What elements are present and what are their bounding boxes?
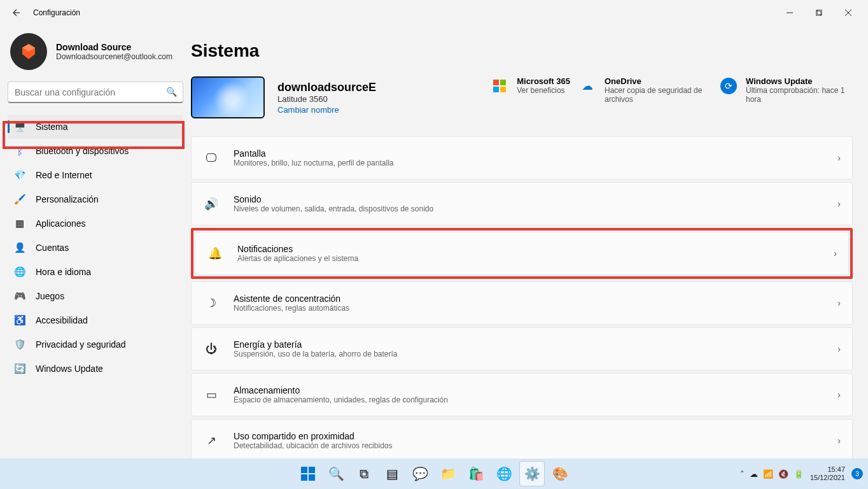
apps-icon: ▦ <box>14 218 25 229</box>
highlight-notificaciones: 🔔 NotificacionesAlertas de aplicaciones … <box>191 228 853 279</box>
storage-icon: ▭ <box>203 388 220 402</box>
taskbar-taskview[interactable]: ⧉ <box>351 461 377 486</box>
card-title: Asistente de concentración <box>234 294 837 304</box>
card-sub: Monitores, brillo, luz nocturna, perfil … <box>234 159 837 167</box>
card-sub: Suspensión, uso de la batería, ahorro de… <box>234 350 837 358</box>
nav-bluetooth[interactable]: ᛒBluetooth y dispositivos <box>8 139 183 163</box>
card-almacenamiento[interactable]: ▭ AlmacenamientoEspacio de almacenamient… <box>191 373 853 416</box>
info-ms365[interactable]: Microsoft 365Ver beneficios <box>490 76 570 118</box>
nav-label: Red e Internet <box>36 170 92 180</box>
card-pantalla[interactable]: 🖵 PantallaMonitores, brillo, luz nocturn… <box>191 136 853 180</box>
card-energia[interactable]: ⏻ Energía y bateríaSuspensión, uso de la… <box>191 327 853 371</box>
tray-volume-icon[interactable]: 🔇 <box>778 469 788 479</box>
info-sub: Hacer copia de seguridad de archivos <box>605 86 711 104</box>
svg-rect-2 <box>817 10 822 15</box>
window-controls <box>775 3 863 23</box>
info-sub: Última comprobación: hace 1 hora <box>746 86 853 104</box>
tray-datetime[interactable]: 15:47 15/12/2021 <box>810 465 845 482</box>
card-asistente[interactable]: ☽ Asistente de concentraciónNotificacion… <box>191 281 853 325</box>
card-compartir[interactable]: ↗ Uso compartido en proximidadDetectabil… <box>191 419 853 458</box>
taskbar-chat[interactable]: 💬 <box>407 461 433 486</box>
device-model: Latitude 3560 <box>277 94 376 104</box>
minimize-button[interactable] <box>775 3 804 23</box>
bluetooth-icon: ᛒ <box>14 145 25 157</box>
tray-chevron-icon[interactable]: ˄ <box>740 469 745 479</box>
card-title: Sonido <box>234 194 837 204</box>
system-tray[interactable]: ˄ ☁ 📶 🔇 🔋 15:47 15/12/2021 3 <box>740 465 863 482</box>
windows-update-icon: ⟳ <box>719 76 738 96</box>
nav-personalizacion[interactable]: 🖌️Personalización <box>8 187 183 211</box>
card-title: Uso compartido en proximidad <box>234 431 837 441</box>
search-icon: 🔍 <box>166 87 177 97</box>
power-icon: ⏻ <box>203 343 220 356</box>
taskbar-settings[interactable]: ⚙️ <box>519 461 545 486</box>
accessibility-icon: ♿ <box>14 315 25 326</box>
taskbar-paint[interactable]: 🎨 <box>547 461 573 486</box>
nav-label: Accesibilidad <box>36 315 88 325</box>
card-title: Almacenamiento <box>234 385 837 395</box>
info-title: Microsoft 365 <box>517 76 570 86</box>
chevron-right-icon: › <box>837 390 841 400</box>
brush-icon: 🖌️ <box>14 194 25 205</box>
tray-date: 15/12/2021 <box>810 474 845 482</box>
nav-label: Juegos <box>36 291 64 301</box>
nav-sistema[interactable]: 🖥️Sistema <box>8 115 183 139</box>
sound-icon: 🔊 <box>203 197 220 211</box>
profile-name: Download Source <box>56 42 172 52</box>
card-title: Notificaciones <box>237 244 834 254</box>
tray-time: 15:47 <box>810 465 845 474</box>
search-box[interactable]: 🔍 <box>8 82 183 103</box>
account-icon: 👤 <box>14 242 25 253</box>
close-button[interactable] <box>834 3 863 23</box>
chevron-right-icon: › <box>837 344 841 354</box>
info-sub: Ver beneficios <box>517 86 570 95</box>
nav-juegos[interactable]: 🎮Juegos <box>8 284 183 308</box>
nav-label: Windows Update <box>36 364 103 374</box>
notification-badge[interactable]: 3 <box>851 468 863 479</box>
card-title: Pantalla <box>234 148 837 159</box>
chevron-right-icon: › <box>837 436 841 446</box>
taskbar-search[interactable]: 🔍 <box>323 461 349 486</box>
taskbar-store[interactable]: 🛍️ <box>463 461 489 486</box>
device-wallpaper[interactable] <box>191 76 265 118</box>
nav-label: Bluetooth y dispositivos <box>36 146 129 156</box>
nav-accesibilidad[interactable]: ♿Accesibilidad <box>8 308 183 332</box>
nav-hora[interactable]: 🌐Hora e idioma <box>8 260 183 284</box>
bell-icon: 🔔 <box>207 246 223 260</box>
tray-battery-icon[interactable]: 🔋 <box>794 469 804 479</box>
rename-link[interactable]: Cambiar nombre <box>277 105 376 115</box>
nav-privacidad[interactable]: 🛡️Privacidad y seguridad <box>8 332 183 357</box>
chevron-right-icon: › <box>837 199 841 209</box>
profile-block[interactable]: Download Source Downloadsourcenet@outloo… <box>8 25 183 82</box>
info-windows-update[interactable]: ⟳ Windows UpdateÚltima comprobación: hac… <box>719 76 853 118</box>
back-button[interactable] <box>5 3 25 23</box>
tray-wifi-icon[interactable]: 📶 <box>763 469 773 479</box>
avatar <box>10 33 47 70</box>
info-title: OneDrive <box>605 76 711 86</box>
nav-cuentas[interactable]: 👤Cuentas <box>8 236 183 260</box>
start-button[interactable] <box>295 461 321 486</box>
update-icon: 🔄 <box>14 363 25 374</box>
time-icon: 🌐 <box>14 266 25 278</box>
taskbar-edge[interactable]: 🌐 <box>491 461 517 486</box>
chevron-right-icon: › <box>834 248 837 259</box>
tray-onedrive-icon[interactable]: ☁ <box>750 469 758 479</box>
nav-red[interactable]: 💎Red e Internet <box>8 163 183 187</box>
card-sub: Alertas de aplicaciones y el sistema <box>237 254 834 263</box>
search-input[interactable] <box>8 82 183 103</box>
nav-windows-update[interactable]: 🔄Windows Update <box>8 357 183 381</box>
nav-aplicaciones[interactable]: ▦Aplicaciones <box>8 211 183 236</box>
taskbar-widgets[interactable]: ▤ <box>379 461 405 486</box>
shield-icon: 🛡️ <box>14 339 25 350</box>
taskbar-explorer[interactable]: 📁 <box>435 461 461 486</box>
card-notificaciones[interactable]: 🔔 NotificacionesAlertas de aplicaciones … <box>195 232 849 275</box>
device-name: downloadsourceE <box>277 81 376 94</box>
page-title: Sistema <box>191 41 853 61</box>
maximize-button[interactable] <box>804 3 834 23</box>
monitor-icon: 🖥️ <box>14 121 25 132</box>
ms365-icon <box>490 76 509 96</box>
card-sonido[interactable]: 🔊 SonidoNiveles de volumen, salida, entr… <box>191 182 853 225</box>
info-onedrive[interactable]: ☁ OneDriveHacer copia de seguridad de ar… <box>578 76 711 118</box>
nav-label: Hora e idioma <box>36 267 91 277</box>
card-title: Energía y batería <box>234 339 837 350</box>
